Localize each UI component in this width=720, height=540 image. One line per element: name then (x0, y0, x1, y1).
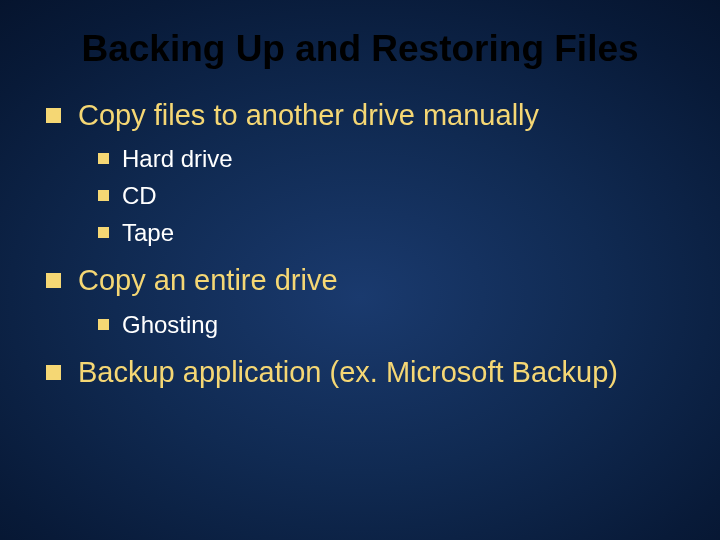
bullet-item: Backup application (ex. Microsoft Backup… (44, 354, 682, 390)
slide: Backing Up and Restoring Files Copy file… (0, 0, 720, 540)
sub-bullet-list: Hard drive CD Tape (78, 143, 682, 249)
bullet-text: Copy an entire drive (78, 264, 338, 296)
sub-bullet-item: Tape (96, 217, 682, 248)
bullet-item: Copy files to another drive manually Har… (44, 97, 682, 249)
sub-bullet-text: CD (122, 182, 157, 209)
slide-title: Backing Up and Restoring Files (38, 28, 682, 71)
sub-bullet-item: CD (96, 180, 682, 211)
bullet-item: Copy an entire drive Ghosting (44, 262, 682, 339)
sub-bullet-text: Hard drive (122, 145, 233, 172)
sub-bullet-text: Ghosting (122, 311, 218, 338)
bullet-text: Backup application (ex. Microsoft Backup… (78, 356, 618, 388)
sub-bullet-item: Hard drive (96, 143, 682, 174)
bullet-text: Copy files to another drive manually (78, 99, 539, 131)
sub-bullet-list: Ghosting (78, 309, 682, 340)
bullet-list: Copy files to another drive manually Har… (38, 97, 682, 391)
sub-bullet-text: Tape (122, 219, 174, 246)
sub-bullet-item: Ghosting (96, 309, 682, 340)
